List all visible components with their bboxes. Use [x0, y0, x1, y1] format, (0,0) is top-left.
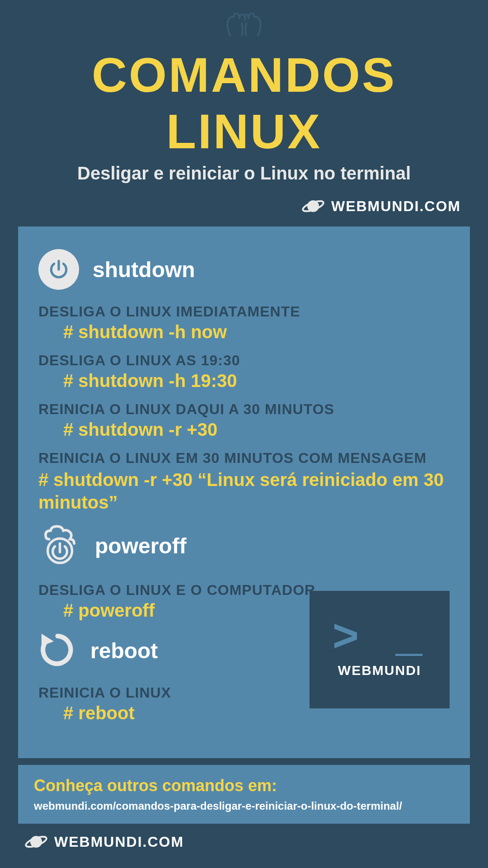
brand-text-bottom: WEBMUNDI.COM [54, 834, 184, 850]
page-title: COMANDOS LINUX [18, 47, 470, 160]
hands-icon [18, 9, 470, 47]
section-poweroff: poweroff [38, 524, 450, 568]
command-entry: DESLIGA O LINUX AS 19:30 # shutdown -h 1… [38, 352, 450, 391]
section-label: shutdown [93, 257, 195, 282]
command-entry: DESLIGA O LINUX IMEDIATAMENTE # shutdown… [38, 303, 450, 342]
command-entry: REINICIA O LINUX DAQUI A 30 MINUTOS # sh… [38, 401, 450, 440]
brand-text-top: WEBMUNDI.COM [331, 198, 461, 215]
badge-text: WEBMUNDI [338, 663, 421, 678]
reboot-icon [38, 631, 77, 671]
terminal-prompt-icon: > _ [332, 621, 427, 657]
brand-row-bottom: WEBMUNDI.COM [0, 824, 488, 860]
entry-cmd: # shutdown -h 19:30 [38, 371, 450, 391]
footer-title: Conheça outros comandos em: [34, 776, 454, 795]
entry-desc: DESLIGA O LINUX IMEDIATAMENTE [38, 303, 450, 320]
brand-row-top: WEBMUNDI.COM [0, 188, 488, 226]
entry-desc: REINICIA O LINUX DAQUI A 30 MINUTOS [38, 401, 450, 418]
planet-icon [302, 197, 324, 215]
entry-desc: DESLIGA O LINUX AS 19:30 [38, 352, 450, 369]
section-label: poweroff [95, 533, 187, 558]
cloud-power-icon [38, 524, 81, 568]
footer-url: webmundi.com/comandos-para-desligar-e-re… [34, 800, 454, 812]
footer-card: Conheça outros comandos em: webmundi.com… [18, 765, 470, 824]
entry-cmd: # shutdown -r +30 “Linux será reiniciado… [38, 468, 450, 514]
main-card: shutdown DESLIGA O LINUX IMEDIATAMENTE #… [18, 226, 470, 758]
entry-desc: REINICIA O LINUX EM 30 MINUTOS COM MENSA… [38, 450, 450, 467]
page-subtitle: Desligar e reiniciar o Linux no terminal [18, 163, 470, 184]
entry-cmd: # shutdown -r +30 [38, 420, 450, 440]
terminal-badge: > _ WEBMUNDI [310, 591, 450, 708]
entry-cmd: # shutdown -h now [38, 322, 450, 342]
planet-icon [25, 833, 47, 851]
power-icon [38, 249, 79, 290]
section-label: reboot [90, 638, 158, 663]
command-entry: REINICIA O LINUX EM 30 MINUTOS COM MENSA… [38, 450, 450, 514]
header: COMANDOS LINUX Desligar e reiniciar o Li… [0, 0, 488, 188]
section-shutdown: shutdown [38, 249, 450, 290]
